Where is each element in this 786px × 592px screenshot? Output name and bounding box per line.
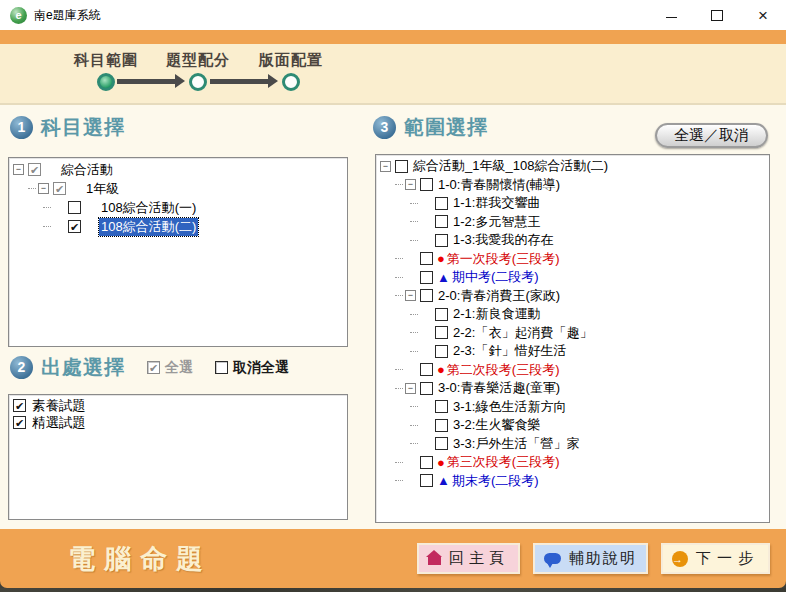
- tree-node-label[interactable]: 108綜合活動(二): [99, 218, 198, 236]
- tree-expander-icon[interactable]: −: [13, 164, 24, 175]
- tree-checkbox[interactable]: [435, 326, 448, 339]
- tree-checkbox[interactable]: [395, 160, 408, 173]
- tree-row[interactable]: 2-1:新良食運動: [376, 305, 769, 324]
- item-checkbox[interactable]: ✔: [13, 399, 26, 412]
- tree-checkbox[interactable]: [435, 400, 448, 413]
- tree-row[interactable]: ●第一次段考(三段考): [376, 250, 769, 269]
- tree-row[interactable]: 3-2:生火饗食樂: [376, 416, 769, 435]
- subject-tree-panel: −✔綜合活動−✔1年級108綜合活動(一)✔108綜合活動(二): [8, 157, 348, 347]
- tree-row[interactable]: 1-3:我愛我的存在: [376, 231, 769, 250]
- tree-guide-line: [410, 351, 418, 352]
- home-button[interactable]: 回主頁: [417, 543, 520, 574]
- tree-row[interactable]: ▲期中考(二段考): [376, 268, 769, 287]
- tree-row[interactable]: −✔1年級: [9, 179, 347, 198]
- tree-node-label[interactable]: 2-1:新良食運動: [453, 305, 540, 323]
- tree-node-label[interactable]: 1年級: [84, 180, 121, 198]
- tree-node-label[interactable]: 2-0:青春消費王(家政): [438, 287, 560, 305]
- tree-row[interactable]: −3-0:青春樂活趣(童軍): [376, 379, 769, 398]
- tree-row[interactable]: 2-3:「針」惜好生活: [376, 342, 769, 361]
- tree-node-label[interactable]: 2-3:「針」惜好生活: [453, 342, 566, 360]
- tree-node-label[interactable]: 3-1:綠色生活新方向: [453, 398, 566, 416]
- help-button[interactable]: 輔助說明: [533, 543, 648, 574]
- section-number-badge: 1: [10, 116, 33, 139]
- tree-row[interactable]: 1-1:群我交響曲: [376, 194, 769, 213]
- tree-node-label[interactable]: 期末考(二段考): [452, 472, 539, 490]
- tree-expander-icon[interactable]: −: [38, 183, 49, 194]
- title-bar: e 南e題庫系統 ×: [0, 0, 786, 30]
- tree-node-label[interactable]: 第二次段考(三段考): [447, 361, 560, 379]
- tree-node-label[interactable]: 第一次段考(三段考): [447, 250, 560, 268]
- deselect-all-label: 取消全選: [233, 359, 289, 377]
- tree-expander-icon[interactable]: −: [405, 383, 416, 394]
- close-button[interactable]: ×: [740, 0, 786, 30]
- tree-row[interactable]: 3-3:戶外生活「營」家: [376, 435, 769, 454]
- item-checkbox[interactable]: ✔: [13, 416, 26, 429]
- tree-node-label[interactable]: 1-1:群我交響曲: [453, 194, 540, 212]
- tree-node-label[interactable]: 3-0:青春樂活趣(童軍): [438, 379, 560, 397]
- tree-checkbox[interactable]: ✔: [53, 182, 66, 195]
- tree-expander-icon[interactable]: −: [380, 161, 391, 172]
- tree-node-label[interactable]: 期中考(二段考): [452, 268, 539, 286]
- tree-checkbox[interactable]: [435, 234, 448, 247]
- tree-guide-line: [410, 314, 418, 315]
- tree-node-label[interactable]: 第三次段考(三段考): [447, 453, 560, 471]
- tree-row[interactable]: ●第三次段考(三段考): [376, 453, 769, 472]
- section-title: 科目選擇: [41, 114, 125, 141]
- deselect-all-checkbox[interactable]: 取消全選: [215, 359, 289, 377]
- tree-expander-icon[interactable]: −: [405, 179, 416, 190]
- tree-row[interactable]: ●第二次段考(三段考): [376, 361, 769, 380]
- tree-checkbox[interactable]: [420, 289, 433, 302]
- tree-node-label[interactable]: 綜合活動: [59, 161, 115, 179]
- tree-checkbox[interactable]: [420, 363, 433, 376]
- tree-checkbox[interactable]: ✔: [68, 220, 81, 233]
- tree-row[interactable]: ✔108綜合活動(二): [9, 217, 347, 236]
- tree-checkbox[interactable]: [420, 382, 433, 395]
- top-accent-strip: [0, 30, 786, 44]
- tree-node-label[interactable]: 3-2:生火饗食樂: [453, 416, 540, 434]
- exam-triangle-icon: ▲: [437, 270, 450, 285]
- tree-guide-line: [410, 425, 418, 426]
- source-item[interactable]: ✔素養試題: [9, 397, 347, 414]
- tree-row[interactable]: 1-2:多元智慧王: [376, 213, 769, 232]
- tree-checkbox[interactable]: ✔: [28, 163, 41, 176]
- tree-row[interactable]: 108綜合活動(一): [9, 198, 347, 217]
- minimize-button[interactable]: [648, 0, 694, 30]
- tree-row[interactable]: −✔綜合活動: [9, 160, 347, 179]
- tree-row[interactable]: 2-2:「衣」起消費「趣」: [376, 324, 769, 343]
- tree-checkbox[interactable]: [420, 456, 433, 469]
- source-item[interactable]: ✔精選試題: [9, 414, 347, 431]
- tree-checkbox[interactable]: [435, 345, 448, 358]
- next-step-button[interactable]: → 下一步: [661, 543, 770, 574]
- tree-checkbox[interactable]: [420, 252, 433, 265]
- tree-checkbox[interactable]: [435, 197, 448, 210]
- tree-row[interactable]: −1-0:青春關懷情(輔導): [376, 176, 769, 195]
- tree-node-label[interactable]: 108綜合活動(一): [99, 199, 198, 217]
- select-all-toggle-button[interactable]: 全選／取消: [655, 123, 768, 148]
- exam-dot-icon: ●: [437, 362, 445, 377]
- tree-node-label[interactable]: 1-2:多元智慧王: [453, 213, 540, 231]
- tree-row[interactable]: −綜合活動_1年級_108綜合活動(二): [376, 157, 769, 176]
- app-window: e 南e題庫系統 × 科目範圍 題型配分 版面配置 1 科目選擇 −✔綜合活動−…: [0, 0, 786, 592]
- help-button-label: 輔助說明: [569, 549, 637, 568]
- tree-node-label[interactable]: 1-0:青春關懷情(輔導): [438, 176, 560, 194]
- footer-buttons: 回主頁 輔助說明 → 下一步: [417, 543, 770, 574]
- tree-node-label[interactable]: 綜合活動_1年級_108綜合活動(二): [413, 157, 608, 175]
- tree-checkbox[interactable]: [435, 419, 448, 432]
- tree-row[interactable]: −2-0:青春消費王(家政): [376, 287, 769, 306]
- tree-node-label[interactable]: 1-3:我愛我的存在: [453, 231, 553, 249]
- tree-checkbox[interactable]: [420, 271, 433, 284]
- tree-checkbox[interactable]: [435, 215, 448, 228]
- select-all-checkbox[interactable]: ✔ 全選: [147, 359, 193, 377]
- tree-row[interactable]: ▲期末考(二段考): [376, 472, 769, 491]
- tree-checkbox[interactable]: [68, 201, 81, 214]
- tree-node-label[interactable]: 2-2:「衣」起消費「趣」: [453, 324, 592, 342]
- tree-node-label[interactable]: 3-3:戶外生活「營」家: [453, 435, 579, 453]
- tree-expander-icon[interactable]: −: [405, 290, 416, 301]
- maximize-button[interactable]: [694, 0, 740, 30]
- tree-checkbox[interactable]: [420, 474, 433, 487]
- range-section-header: 3 範圍選擇: [373, 114, 488, 141]
- tree-checkbox[interactable]: [435, 308, 448, 321]
- tree-row[interactable]: 3-1:綠色生活新方向: [376, 398, 769, 417]
- tree-checkbox[interactable]: [435, 437, 448, 450]
- tree-checkbox[interactable]: [420, 178, 433, 191]
